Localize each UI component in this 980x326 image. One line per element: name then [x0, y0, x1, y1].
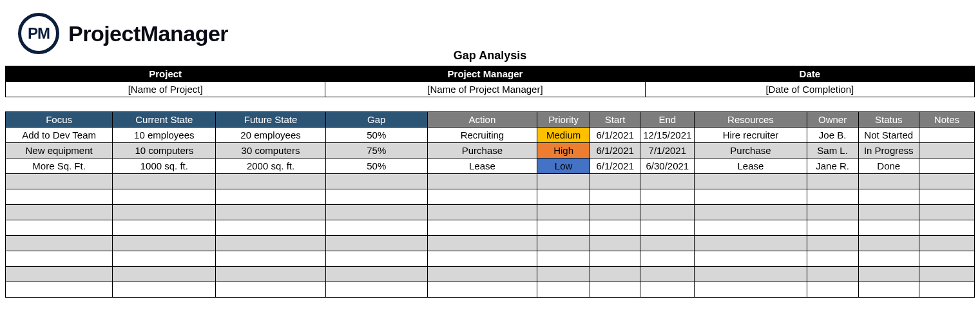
cell-empty[interactable] [216, 189, 325, 205]
cell-empty[interactable] [427, 267, 537, 282]
cell-empty[interactable] [807, 174, 858, 189]
cell-empty[interactable] [6, 282, 113, 298]
cell-empty[interactable] [325, 189, 427, 205]
cell-empty[interactable] [640, 205, 695, 220]
cell-empty[interactable] [6, 189, 113, 205]
cell-empty[interactable] [640, 236, 695, 251]
cell-empty[interactable] [427, 282, 537, 298]
cell-gap[interactable]: 50% [325, 158, 427, 174]
cell-empty[interactable] [807, 251, 858, 267]
cell-focus[interactable]: New equipment [6, 143, 113, 158]
cell-empty[interactable] [113, 189, 216, 205]
cell-empty[interactable] [537, 205, 590, 220]
cell-current[interactable]: 10 employees [113, 128, 216, 143]
cell-action[interactable]: Recruiting [427, 128, 537, 143]
cell-empty[interactable] [807, 236, 858, 251]
cell-empty[interactable] [113, 174, 216, 189]
cell-empty[interactable] [807, 267, 858, 282]
cell-resources[interactable]: Purchase [695, 143, 807, 158]
cell-empty[interactable] [113, 220, 216, 236]
cell-empty[interactable] [216, 236, 325, 251]
cell-empty[interactable] [590, 251, 640, 267]
cell-empty[interactable] [427, 205, 537, 220]
cell-empty[interactable] [640, 174, 695, 189]
cell-resources[interactable]: Hire recruiter [695, 128, 807, 143]
cell-empty[interactable] [640, 189, 695, 205]
cell-empty[interactable] [858, 236, 919, 251]
cell-empty[interactable] [427, 220, 537, 236]
cell-owner[interactable]: Joe B. [807, 128, 858, 143]
cell-empty[interactable] [427, 189, 537, 205]
cell-empty[interactable] [537, 236, 590, 251]
cell-empty[interactable] [695, 282, 807, 298]
cell-empty[interactable] [858, 189, 919, 205]
cell-empty[interactable] [325, 282, 427, 298]
cell-status[interactable]: In Progress [858, 143, 919, 158]
cell-empty[interactable] [537, 189, 590, 205]
cell-empty[interactable] [325, 205, 427, 220]
cell-current[interactable]: 10 computers [113, 143, 216, 158]
cell-empty[interactable] [590, 267, 640, 282]
cell-empty[interactable] [216, 174, 325, 189]
cell-empty[interactable] [537, 267, 590, 282]
cell-empty[interactable] [590, 205, 640, 220]
meta-value-date[interactable]: [Date of Completion] [645, 82, 974, 97]
cell-empty[interactable] [6, 251, 113, 267]
cell-empty[interactable] [113, 236, 216, 251]
cell-empty[interactable] [590, 174, 640, 189]
cell-focus[interactable]: More Sq. Ft. [6, 158, 113, 174]
cell-empty[interactable] [216, 205, 325, 220]
cell-gap[interactable]: 50% [325, 128, 427, 143]
cell-empty[interactable] [919, 205, 974, 220]
cell-empty[interactable] [590, 189, 640, 205]
cell-empty[interactable] [640, 251, 695, 267]
cell-empty[interactable] [919, 251, 974, 267]
cell-empty[interactable] [325, 251, 427, 267]
cell-current[interactable]: 1000 sq. ft. [113, 158, 216, 174]
cell-empty[interactable] [807, 282, 858, 298]
cell-empty[interactable] [6, 220, 113, 236]
cell-start[interactable]: 6/1/2021 [590, 158, 640, 174]
cell-owner[interactable]: Jane R. [807, 158, 858, 174]
cell-empty[interactable] [695, 236, 807, 251]
cell-empty[interactable] [858, 205, 919, 220]
cell-empty[interactable] [427, 236, 537, 251]
cell-empty[interactable] [919, 174, 974, 189]
cell-empty[interactable] [919, 282, 974, 298]
cell-empty[interactable] [919, 267, 974, 282]
cell-resources[interactable]: Lease [695, 158, 807, 174]
cell-empty[interactable] [113, 267, 216, 282]
cell-action[interactable]: Purchase [427, 143, 537, 158]
cell-gap[interactable]: 75% [325, 143, 427, 158]
cell-end[interactable]: 7/1/2021 [640, 143, 695, 158]
cell-empty[interactable] [858, 267, 919, 282]
meta-value-manager[interactable]: [Name of Project Manager] [325, 82, 645, 97]
cell-start[interactable]: 6/1/2021 [590, 128, 640, 143]
cell-empty[interactable] [640, 282, 695, 298]
cell-status[interactable]: Done [858, 158, 919, 174]
cell-future[interactable]: 30 computers [216, 143, 325, 158]
cell-empty[interactable] [807, 220, 858, 236]
cell-priority[interactable]: High [537, 143, 590, 158]
cell-owner[interactable]: Sam L. [807, 143, 858, 158]
cell-empty[interactable] [695, 205, 807, 220]
cell-empty[interactable] [919, 236, 974, 251]
meta-value-project[interactable]: [Name of Project] [6, 82, 325, 97]
cell-empty[interactable] [590, 220, 640, 236]
cell-empty[interactable] [216, 282, 325, 298]
cell-empty[interactable] [919, 220, 974, 236]
cell-empty[interactable] [537, 220, 590, 236]
cell-empty[interactable] [695, 174, 807, 189]
cell-action[interactable]: Lease [427, 158, 537, 174]
cell-notes[interactable] [919, 158, 974, 174]
cell-future[interactable]: 2000 sq. ft. [216, 158, 325, 174]
cell-empty[interactable] [695, 189, 807, 205]
cell-empty[interactable] [858, 282, 919, 298]
cell-empty[interactable] [6, 267, 113, 282]
cell-empty[interactable] [113, 251, 216, 267]
cell-empty[interactable] [695, 251, 807, 267]
cell-empty[interactable] [427, 174, 537, 189]
cell-empty[interactable] [325, 267, 427, 282]
cell-future[interactable]: 20 employees [216, 128, 325, 143]
cell-empty[interactable] [6, 174, 113, 189]
